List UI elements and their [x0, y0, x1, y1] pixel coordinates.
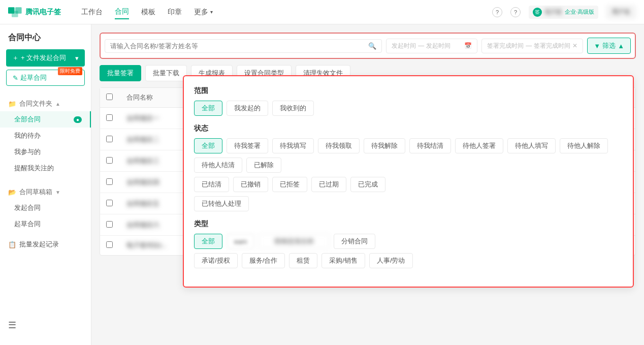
type-rental-tag[interactable]: 租赁 [289, 253, 317, 268]
enterprise-level: 企业·高级版 [565, 8, 594, 16]
contract-search-input[interactable] [110, 42, 365, 50]
enterprise-icon: 签 [533, 8, 542, 17]
file-initiate-contract-button[interactable]: ＋ + 文件发起合同 ▾ [6, 49, 85, 67]
status-wait-my-release-tag[interactable]: 待我解除 [364, 138, 405, 153]
type-promise-tag[interactable]: 承诺/授权 [194, 253, 238, 268]
sidebar-item-followed[interactable]: 提醒我关注的 [0, 160, 91, 176]
sidebar-btn-group: ＋ + 文件发起合同 ▾ 限时免费 ✎ 起草合同 [0, 49, 91, 92]
filter-dropdown: 范围 全部 我发起的 我收到的 状态 全部 待我签署 待我填写 待我领取 待我解… [183, 75, 634, 288]
plus-icon: ＋ [12, 53, 19, 62]
sidebar-item-label: 起草合同 [14, 219, 41, 229]
batch-sign-button[interactable]: 批量签署 [100, 65, 141, 81]
status-transferred-tag[interactable]: 已转他人处理 [194, 196, 249, 211]
status-wait-my-settle-tag[interactable]: 待我结清 [409, 138, 451, 153]
date-end-label: 发起时间 [426, 42, 450, 50]
row-checkbox[interactable] [106, 157, 113, 164]
search-icon: 🔍 [368, 42, 376, 50]
status-released-tag[interactable]: 已解除 [246, 158, 281, 173]
status-wait-my-fill-tag[interactable]: 待我填写 [272, 138, 314, 153]
sidebar-item-all-contracts[interactable]: 全部合同 ● [0, 111, 91, 128]
batch-download-button[interactable]: 批量下载 [145, 65, 187, 81]
status-rejected-tag[interactable]: 已拒签 [272, 177, 307, 192]
nav-right: ? ? 签 电子签 企业·高级版 用户名 [492, 5, 636, 19]
sign-date-separator: — [526, 42, 532, 49]
status-wait-other-fill-tag[interactable]: 待他人填写 [507, 138, 556, 153]
sign-date-range[interactable]: 签署完成时间 — 签署完成时间 ✕ [481, 39, 583, 53]
status-wait-other-settle-tag[interactable]: 待他人结清 [194, 158, 242, 173]
help-icon-2[interactable]: ? [510, 7, 521, 17]
logo-text: 腾讯电子签 [25, 8, 61, 17]
row-checkbox[interactable] [106, 136, 113, 142]
username-button[interactable]: 用户名 [606, 5, 636, 19]
sidebar-item-label: 我的待办 [14, 131, 41, 140]
draft-contract-button[interactable]: 限时免费 ✎ 起草合同 [6, 70, 85, 86]
type-distribution-tag[interactable]: 分销合同 [334, 234, 375, 249]
type-all-tag[interactable]: 全部 [194, 234, 222, 249]
row-checkbox[interactable] [106, 200, 113, 206]
status-wait-other-release-tag[interactable]: 待他人解除 [560, 138, 608, 153]
sidebar-item-participated[interactable]: 我参与的 [0, 144, 91, 160]
row-checkbox[interactable] [106, 221, 113, 228]
select-all-checkbox[interactable] [106, 93, 113, 100]
calendar-icon: 📅 [464, 42, 472, 49]
sidebar-item-batch-records[interactable]: 📋 批量发起记录 [0, 236, 91, 253]
row-checkbox[interactable] [106, 241, 113, 248]
type-tags: 全部 eam 模糊选项名称 分销合同 [194, 234, 623, 249]
status-wait-other-sign-tag[interactable]: 待他人签署 [455, 138, 503, 153]
sidebar-folder-header[interactable]: 📁 合同文件夹 ▲ [0, 96, 91, 111]
sidebar-item-initiate[interactable]: 发起合同 [0, 200, 91, 216]
enterprise-text: 电子签 [545, 8, 562, 16]
status-tags-row3: 已转他人处理 [194, 196, 623, 211]
type-eam-tag[interactable]: eam [227, 234, 254, 249]
filter-section-status: 状态 全部 待我签署 待我填写 待我领取 待我解除 待我结清 待他人签署 待他人… [194, 124, 623, 211]
row-checkbox[interactable] [106, 178, 113, 185]
nav-more[interactable]: 更多 ▾ [194, 6, 213, 19]
nav-contract[interactable]: 合同 [115, 5, 129, 19]
range-initiated-tag[interactable]: 我发起的 [227, 101, 268, 116]
all-contracts-badge: ● [74, 116, 82, 123]
filter-arrow-icon: ▲ [618, 42, 624, 50]
nav-workbench[interactable]: 工作台 [81, 6, 103, 19]
nav-template[interactable]: 模板 [141, 6, 155, 19]
sidebar-title: 合同中心 [0, 33, 91, 49]
sidebar-item-label: 发起合同 [14, 203, 41, 212]
select-all-col [100, 88, 120, 108]
status-completed-tag[interactable]: 已完成 [350, 177, 385, 192]
sidebar-item-pending[interactable]: 我的待办 [0, 128, 91, 144]
status-revoked-tag[interactable]: 已撤销 [233, 177, 268, 192]
svg-rect-2 [12, 11, 18, 17]
sidebar-draft-header[interactable]: 📂 合同草稿箱 ▼ [0, 184, 91, 200]
sidebar-item-label: 我参与的 [14, 147, 41, 156]
type-title: 类型 [194, 219, 623, 229]
nav-seal[interactable]: 印章 [168, 6, 182, 19]
status-settled-tag[interactable]: 已结清 [194, 177, 229, 192]
date-start-label: 发起时间 [392, 42, 416, 50]
menu-icon[interactable]: ☰ [8, 320, 16, 330]
row-checkbox[interactable] [106, 114, 113, 121]
range-all-tag[interactable]: 全部 [194, 101, 222, 116]
type-hr-tag[interactable]: 人事/劳动 [369, 253, 413, 268]
start-date-range[interactable]: 发起时间 — 发起时间 📅 [386, 39, 477, 53]
type-blurred2-tag[interactable]: 模糊选项名称 [259, 234, 330, 249]
range-tags: 全部 我发起的 我收到的 [194, 101, 623, 116]
help-icon-1[interactable]: ? [492, 7, 502, 17]
free-tag: 限时免费 [58, 67, 82, 75]
range-received-tag[interactable]: 我收到的 [272, 101, 314, 116]
sidebar-item-draft[interactable]: 起草合同 [0, 216, 91, 232]
status-all-tag[interactable]: 全部 [194, 138, 222, 153]
sidebar-item-label: 批量发起记录 [19, 240, 59, 249]
type-purchase-tag[interactable]: 采购/销售 [321, 253, 365, 268]
main-nav: 工作台 合同 模板 印章 更多 ▾ [81, 5, 213, 19]
type-service-tag[interactable]: 服务/合作 [242, 253, 285, 268]
draft-section-label: 合同草稿箱 [19, 187, 52, 197]
search-container: 🔍 发起时间 — 发起时间 📅 签署完成时间 — 签署完成时间 ✕ ▼ 筛选 ▲ [100, 33, 636, 59]
status-expired-tag[interactable]: 已过期 [311, 177, 346, 192]
user-enterprise-badge[interactable]: 签 电子签 企业·高级版 [529, 6, 598, 19]
status-wait-my-receive-tag[interactable]: 待我领取 [318, 138, 360, 153]
filter-button[interactable]: ▼ 筛选 ▲ [587, 38, 631, 54]
clear-icon[interactable]: ✕ [572, 42, 577, 49]
folder-icon: 📁 [8, 100, 16, 108]
nav-more-label: 更多 [194, 8, 208, 17]
type-tags-row2: 承诺/授权 服务/合作 租赁 采购/销售 人事/劳动 [194, 253, 623, 268]
status-wait-my-sign-tag[interactable]: 待我签署 [227, 138, 268, 153]
